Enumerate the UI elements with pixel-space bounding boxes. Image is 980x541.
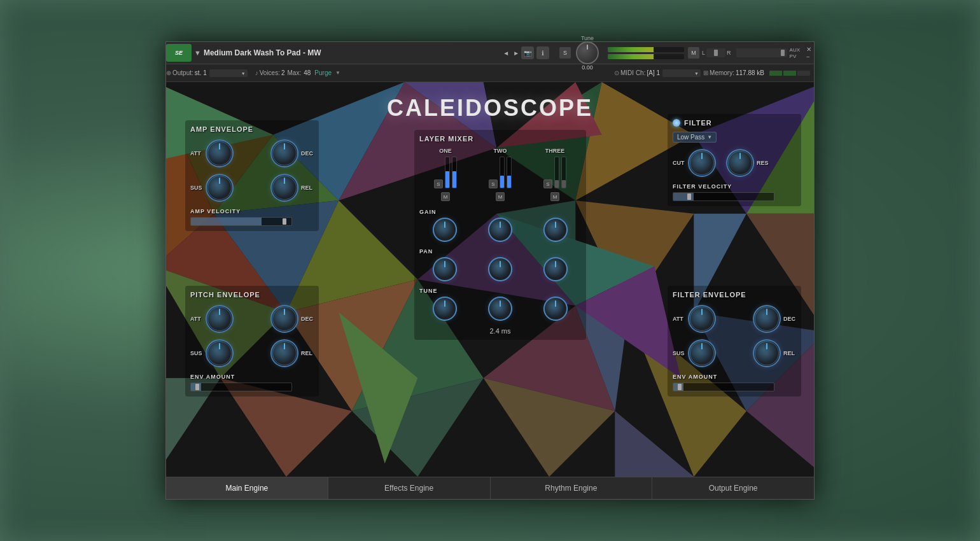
preset-name[interactable]: Medium Dark Wash To Pad - MW <box>204 48 501 57</box>
col1-fader[interactable] <box>445 157 450 188</box>
col1-m-btn[interactable]: M <box>441 192 450 201</box>
amp-dec-cell: DEC <box>257 139 314 167</box>
pitch-envelope-label: PITCH ENVELOPE <box>190 291 314 299</box>
filter-rel-knob[interactable] <box>753 339 781 367</box>
tune-knob-1[interactable] <box>433 297 457 321</box>
col2-fader[interactable] <box>500 157 505 188</box>
filter-dot <box>673 119 680 127</box>
mixer-col-three: THREE S M <box>529 148 581 201</box>
pitch-att-cell: ATT <box>190 305 247 333</box>
pan-slider[interactable] <box>706 48 725 57</box>
pan-row: PAN <box>419 248 581 281</box>
close-button[interactable]: ✕ <box>804 46 814 53</box>
mixer-col3-label: THREE <box>545 148 565 154</box>
filter-envelope-label: FILTER ENVELOPE <box>673 291 796 299</box>
header-row2: ⊕ Output: st. 1 ▼ ♪ Voices: 2 Max: 48 Pu… <box>166 64 814 82</box>
tune-row: TUNE <box>419 288 581 321</box>
volume-slider[interactable] <box>736 48 787 57</box>
col2-m-btn[interactable]: M <box>496 192 505 201</box>
tab-output-engine[interactable]: Output Engine <box>652 477 814 499</box>
cut-knob[interactable] <box>688 149 716 177</box>
amp-rel-knob[interactable] <box>270 174 298 202</box>
amp-sus-knob[interactable] <box>206 174 234 202</box>
gain-knob-3[interactable] <box>543 218 568 242</box>
purge-button[interactable]: Purge <box>314 69 332 76</box>
camera-button[interactable]: 📷 <box>521 46 534 59</box>
mem-bar-1 <box>769 71 782 76</box>
mixer-col-two: TWO S M <box>474 148 526 201</box>
mixer-col2-label: TWO <box>494 148 507 154</box>
midi-value: [A] 1 <box>647 69 660 76</box>
tab-effects-engine[interactable]: Effects Engine <box>328 477 491 499</box>
right-label: R <box>727 50 731 56</box>
filter-type-dropdown[interactable]: Low Pass ▼ <box>673 132 717 143</box>
amp-dec-label: DEC <box>301 150 314 157</box>
amp-att-label: ATT <box>190 150 203 157</box>
level-meter-right <box>608 54 684 59</box>
tab-rhythm-engine[interactable]: Rhythm Engine <box>491 477 653 499</box>
pan-knob-3[interactable] <box>543 257 568 281</box>
nav-next-button[interactable]: ► <box>513 50 519 57</box>
output-selector[interactable]: ▼ <box>209 69 248 77</box>
col3-m-btn[interactable]: M <box>550 192 559 201</box>
tab-main-engine[interactable]: Main Engine <box>166 477 328 499</box>
col2-fader2[interactable] <box>507 157 512 188</box>
tune-label: Tune <box>581 35 594 41</box>
gain-knob-1[interactable] <box>433 218 457 242</box>
amp-sus-label: SUS <box>190 185 203 191</box>
col1-s-btn[interactable]: S <box>434 179 443 188</box>
gain-label: GAIN <box>419 209 581 215</box>
memory-label: Memory: <box>710 69 734 76</box>
plugin-title: CALEIDOSCOPE <box>387 95 593 122</box>
pv-label: PV <box>790 53 800 59</box>
preset-dropdown-arrow[interactable]: ▼ <box>194 49 201 57</box>
col1-fader2[interactable] <box>452 157 457 188</box>
pitch-sus-knob[interactable] <box>206 339 234 367</box>
tune-knob[interactable] <box>576 41 599 64</box>
voices-value: 2 <box>281 69 285 76</box>
pitch-att-knob[interactable] <box>206 305 234 333</box>
pan-knob-2[interactable] <box>488 257 512 281</box>
pitch-dec-knob[interactable] <box>270 305 298 333</box>
pitch-env-amount-slider[interactable] <box>190 383 292 391</box>
filter-dec-label: DEC <box>783 316 796 322</box>
midi-selector[interactable]: ▼ <box>662 69 701 77</box>
nav-prev-button[interactable]: ◄ <box>503 50 509 57</box>
filter-env-amount-slider[interactable] <box>673 383 774 391</box>
col2-s-btn[interactable]: S <box>489 179 498 188</box>
pitch-rel-knob[interactable] <box>270 339 298 367</box>
layer-mixer-label: LAYER MIXER <box>419 135 581 143</box>
filter-velocity-slider[interactable] <box>673 192 774 201</box>
col3-fader2[interactable] <box>561 157 566 188</box>
info-button[interactable]: ℹ <box>536 46 549 59</box>
pan-knob-1[interactable] <box>433 257 457 281</box>
pitch-env-amount-label: ENV AMOUNT <box>190 374 314 380</box>
midi-icon: ⊙ <box>614 69 619 76</box>
filter-sus-knob[interactable] <box>688 339 716 367</box>
tune-knob-3[interactable] <box>543 297 568 321</box>
tune-knob-2[interactable] <box>488 297 512 321</box>
pitch-sus-label: SUS <box>190 350 203 356</box>
gain-knob-2[interactable] <box>488 218 512 242</box>
mixer-col-one: ONE S M <box>419 148 472 201</box>
amp-velocity-slider[interactable] <box>190 217 292 226</box>
logo-text: SE <box>175 50 183 56</box>
amp-sus-cell: SUS <box>190 174 247 202</box>
gain-row: GAIN <box>419 209 581 242</box>
col3-fader[interactable] <box>554 157 559 188</box>
res-control: RES <box>726 149 769 177</box>
amp-dec-knob[interactable] <box>270 139 298 167</box>
filter-att-knob[interactable] <box>688 305 716 333</box>
filter-dec-knob[interactable] <box>753 305 781 333</box>
col3-s-btn[interactable]: S <box>543 179 552 188</box>
purge-dropdown[interactable]: ▼ <box>335 70 340 76</box>
pitch-dec-cell: DEC <box>257 305 314 333</box>
filter-sus-cell: SUS <box>673 339 729 367</box>
minimize-button[interactable]: − <box>804 53 814 60</box>
amp-att-knob[interactable] <box>206 139 234 167</box>
m-button[interactable]: M <box>688 47 699 59</box>
max-value: 48 <box>304 69 311 76</box>
res-knob[interactable] <box>726 149 754 177</box>
filter-sus-label: SUS <box>673 350 685 356</box>
s-button[interactable]: S <box>559 47 571 59</box>
